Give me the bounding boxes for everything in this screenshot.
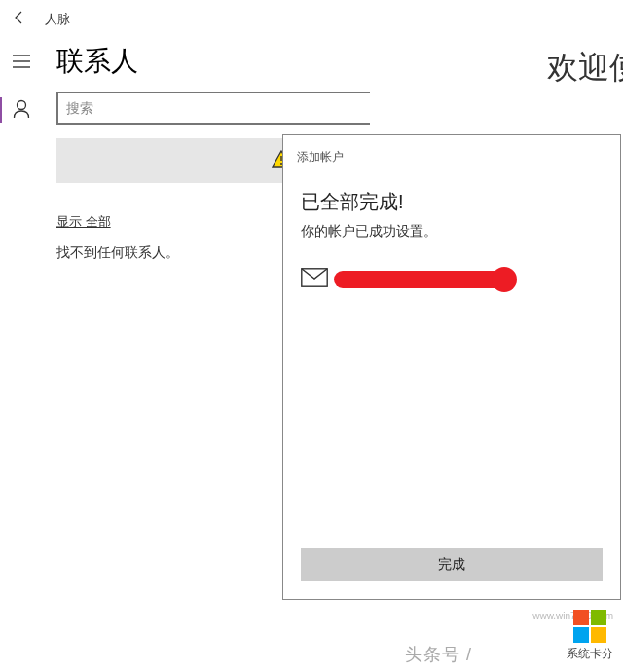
page-title: 联系人 <box>56 43 138 80</box>
dialog-title: 添加帐户 <box>283 135 620 189</box>
dialog-heading: 已全部完成! <box>283 189 620 223</box>
redacted-email <box>334 271 515 288</box>
watermark-toutiao: 头条号 / <box>405 643 472 666</box>
hamburger-icon[interactable] <box>13 55 30 72</box>
back-icon[interactable] <box>12 10 27 29</box>
app-title: 人脉 <box>45 11 70 28</box>
watermark-logo: 系统卡分 <box>567 610 613 662</box>
dialog-subtext: 你的帐户已成功设置。 <box>283 223 620 268</box>
welcome-heading: 欢迎使 <box>547 47 623 90</box>
logo-square <box>591 610 606 625</box>
mail-icon <box>301 268 328 291</box>
logo-square <box>591 627 606 643</box>
logo-square <box>573 627 589 643</box>
accent-edge <box>0 97 2 123</box>
left-rail <box>0 37 43 672</box>
logo-square <box>573 610 589 625</box>
filter-link[interactable]: 显示 全部 <box>56 214 111 229</box>
account-row <box>283 268 620 291</box>
svg-point-3 <box>18 101 26 110</box>
complete-button[interactable]: 完成 <box>301 548 603 581</box>
person-icon[interactable] <box>13 99 30 123</box>
add-account-dialog: 添加帐户 已全部完成! 你的帐户已成功设置。 完成 <box>282 134 621 600</box>
watermark-brand: 系统卡分 <box>567 646 613 662</box>
